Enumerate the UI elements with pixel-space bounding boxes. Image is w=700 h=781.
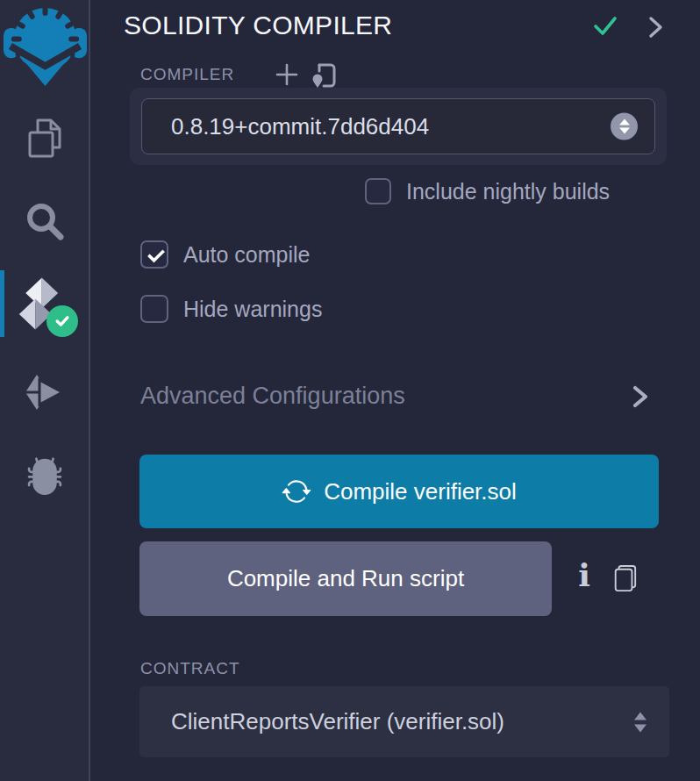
info-icon[interactable]: i — [574, 556, 595, 593]
compilation-status-check-icon — [591, 13, 619, 43]
file-explorer-icon — [23, 116, 67, 160]
compile-button-label: Compile verifier.sol — [324, 478, 517, 505]
remix-ide-window: SOLIDITY COMPILER COMPILER — [0, 0, 700, 781]
compiler-version-value: 0.8.19+commit.7dd6d404 — [171, 113, 429, 140]
auto-compile-checkbox[interactable] — [140, 240, 168, 269]
sidebar-item-debugger[interactable] — [0, 442, 89, 509]
copy-icon[interactable] — [611, 565, 638, 595]
advanced-configurations-chevron-icon[interactable] — [627, 383, 654, 414]
compile-button[interactable]: Compile verifier.sol — [139, 455, 659, 528]
icon-panel — [0, 0, 90, 781]
remix-logo-icon[interactable] — [4, 3, 87, 86]
solidity-compiler-panel: SOLIDITY COMPILER COMPILER — [92, 0, 700, 781]
include-nightly-row: Include nightly builds — [365, 178, 610, 204]
deploy-run-icon — [24, 373, 66, 412]
compiler-version-select[interactable]: 0.8.19+commit.7dd6d404 — [141, 98, 655, 154]
sidebar-item-file-explorer[interactable] — [0, 104, 89, 171]
sidebar-item-deploy-and-run[interactable] — [0, 359, 89, 426]
auto-compile-row: Auto compile — [140, 240, 311, 269]
contract-select[interactable]: ClientReportsVerifier (verifier.sol) — [139, 686, 669, 757]
hide-warnings-checkbox[interactable] — [140, 295, 168, 323]
compiler-section-label: COMPILER — [140, 65, 234, 84]
sidebar-item-search[interactable] — [0, 188, 89, 254]
compile-and-run-label: Compile and Run script — [227, 565, 464, 592]
contract-section-label: CONTRACT — [140, 659, 240, 678]
advanced-configurations-toggle[interactable]: Advanced Configurations — [140, 383, 405, 410]
include-nightly-checkbox[interactable] — [365, 178, 391, 204]
compiler-version-container: 0.8.19+commit.7dd6d404 — [130, 88, 667, 165]
select-arrows-icon — [634, 712, 646, 732]
contract-select-value: ClientReportsVerifier (verifier.sol) — [171, 708, 504, 735]
collapse-panel-chevron-icon[interactable] — [644, 14, 667, 44]
hide-warnings-row: Hide warnings — [140, 295, 322, 323]
debugger-bug-icon — [25, 456, 64, 495]
check-icon — [54, 312, 71, 330]
refresh-icon — [282, 476, 311, 506]
select-spinner-icon — [611, 113, 638, 140]
search-icon — [23, 199, 67, 243]
auto-compile-label[interactable]: Auto compile — [183, 242, 311, 268]
compile-and-run-button[interactable]: Compile and Run script — [139, 541, 552, 616]
include-nightly-label[interactable]: Include nightly builds — [406, 179, 610, 204]
compile-success-badge — [46, 305, 78, 337]
sidebar-item-solidity-compiler[interactable] — [0, 270, 89, 337]
panel-title: SOLIDITY COMPILER — [124, 11, 392, 40]
hide-warnings-label[interactable]: Hide warnings — [183, 297, 322, 322]
